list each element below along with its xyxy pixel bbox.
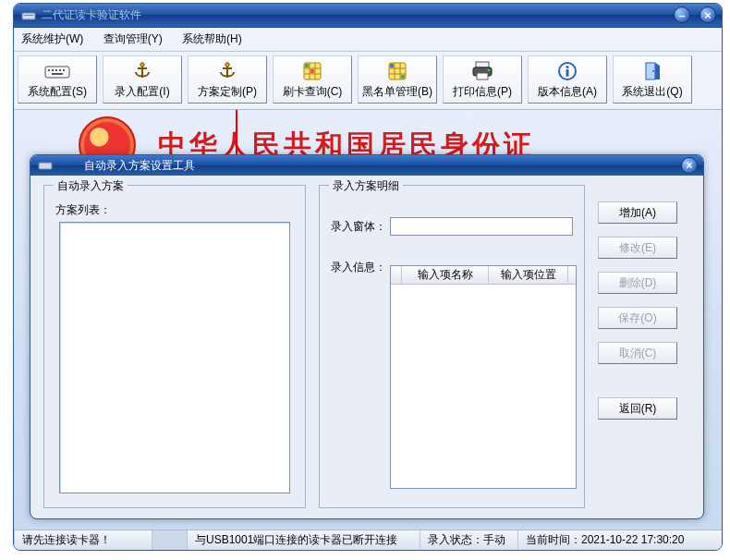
svg-marker-37 (655, 63, 660, 79)
svg-point-34 (566, 65, 568, 67)
dialog-body: 自动录入方案 方案列表： 录入方案明细 录入窗体： 录入信息： 输入项名称 输入… (30, 176, 703, 518)
svg-rect-2 (45, 67, 69, 78)
toolbar-label: 刷卡查询(C) (283, 84, 343, 100)
status-spacer (152, 530, 188, 550)
info-label: 录入信息： (331, 258, 386, 275)
svg-point-32 (488, 68, 491, 71)
svg-rect-6 (59, 69, 61, 71)
close-button[interactable]: × (700, 6, 716, 23)
svg-rect-8 (52, 73, 63, 75)
dialog-close-button[interactable]: × (681, 157, 698, 174)
group-plan-detail: 录入方案明细 录入窗体： 录入信息： 输入项名称 输入项位置 (319, 185, 585, 508)
app-title: 二代证读卡验证软件 (42, 7, 141, 23)
menu-bar: 系统维护(W) 查询管理(Y) 系统帮助(H) (14, 28, 722, 52)
toolbar-version[interactable]: 版本信息(A) (528, 55, 607, 103)
col-gutter (391, 266, 402, 284)
svg-rect-21 (310, 69, 314, 73)
svg-rect-27 (390, 64, 394, 67)
grid2-icon (387, 60, 408, 82)
anchor-icon (217, 60, 237, 82)
info-icon (557, 60, 578, 82)
status-connect: 请先连接读卡器！ (14, 530, 152, 550)
toolbar-label: 版本信息(A) (538, 84, 597, 100)
status-time: 当前时间：2021-10-22 17:30:20 (518, 530, 722, 550)
svg-point-9 (140, 62, 144, 66)
dialog-icon (38, 158, 53, 173)
svg-rect-29 (476, 62, 489, 67)
info-table-header: 输入项名称 输入项位置 (391, 266, 576, 285)
info-table-body (391, 285, 576, 488)
toolbar: 系统配置(S) 录入配置(I) 方案定制(P) 刷卡查询(C) 黑名单管理(B) (14, 52, 722, 110)
edit-button[interactable]: 修改(E) (598, 237, 677, 259)
toolbar-cardquery[interactable]: 刷卡查询(C) (273, 55, 352, 103)
minimize-button[interactable]: – (674, 6, 690, 23)
group-legend: 自动录入方案 (54, 178, 128, 194)
status-bar: 请先连接读卡器！ 与USB1001端口连接的读卡器已断开连接 录入状态：手动 当… (14, 530, 722, 550)
info-table[interactable]: 输入项名称 输入项位置 (390, 265, 577, 489)
status-usb: 与USB1001端口连接的读卡器已断开连接 (188, 530, 420, 550)
svg-rect-35 (566, 69, 569, 77)
svg-rect-5 (55, 69, 57, 71)
dialog-title-bar: 自动录入方案设置工具 × (30, 155, 703, 176)
door-icon (642, 60, 663, 82)
svg-rect-20 (305, 64, 309, 67)
col-item-pos[interactable]: 输入项位置 (489, 266, 568, 284)
anchor-icon (132, 60, 152, 82)
group-legend: 录入方案明细 (329, 178, 403, 194)
toolbar-label: 录入配置(I) (115, 84, 169, 100)
toolbar-blacklist[interactable]: 黑名单管理(B) (358, 55, 437, 103)
info-field-row: 录入信息： 输入项名称 输入项位置 (331, 258, 573, 489)
window-label: 录入窗体： (331, 219, 386, 235)
svg-rect-3 (48, 69, 50, 71)
save-button[interactable]: 保存(O) (598, 307, 677, 329)
svg-rect-0 (22, 13, 35, 19)
plan-list[interactable] (59, 222, 290, 493)
toolbar-label: 打印信息(P) (453, 84, 512, 100)
dialog-button-column: 增加(A) 修改(E) 删除(D) 保存(O) 取消(C) 返回(R) (598, 185, 681, 509)
add-button[interactable]: 增加(A) (598, 201, 677, 224)
toolbar-print[interactable]: 打印信息(P) (443, 55, 522, 103)
app-icon (21, 8, 36, 23)
toolbar-label: 系统配置(S) (28, 84, 87, 100)
group-auto-plan: 自动录入方案 方案列表： (43, 185, 306, 508)
menu-query[interactable]: 查询管理(Y) (103, 32, 163, 45)
grid-icon (302, 60, 322, 82)
plan-list-label: 方案列表： (55, 202, 294, 218)
toolbar-inputconfig[interactable]: 录入配置(I) (103, 55, 182, 103)
status-mode: 录入状态：手动 (420, 530, 518, 550)
plan-settings-dialog: 自动录入方案设置工具 × 自动录入方案 方案列表： 录入方案明细 录入窗体： 录… (30, 154, 704, 519)
svg-rect-31 (477, 73, 488, 79)
col-item-name[interactable]: 输入项名称 (402, 266, 489, 284)
svg-point-38 (652, 70, 654, 72)
toolbar-label: 黑名单管理(B) (362, 84, 432, 100)
col-extra (568, 266, 576, 284)
toolbar-label: 方案定制(P) (198, 84, 257, 100)
svg-rect-28 (401, 75, 405, 79)
cancel-button[interactable]: 取消(C) (598, 342, 677, 364)
svg-rect-39 (39, 163, 52, 169)
back-button[interactable]: 返回(R) (598, 397, 677, 420)
keyboard-icon (44, 60, 70, 82)
printer-icon (471, 60, 493, 82)
toolbar-label: 系统退出(Q) (622, 84, 682, 100)
dialog-title: 自动录入方案设置工具 (84, 158, 195, 174)
svg-point-12 (225, 62, 229, 66)
svg-rect-7 (63, 69, 65, 71)
menu-maintain[interactable]: 系统维护(W) (21, 32, 83, 45)
title-bar: 二代证读卡验证软件 – × (14, 4, 722, 28)
window-input[interactable] (390, 217, 573, 236)
menu-help[interactable]: 系统帮助(H) (182, 32, 242, 45)
toolbar-plan[interactable]: 方案定制(P) (188, 55, 267, 103)
svg-rect-4 (52, 69, 54, 71)
svg-rect-1 (24, 15, 33, 16)
toolbar-sysconfig[interactable]: 系统配置(S) (18, 55, 97, 103)
window-controls: – × (674, 6, 716, 23)
window-field-row: 录入窗体： (331, 217, 573, 236)
toolbar-exit[interactable]: 系统退出(Q) (613, 55, 692, 103)
delete-button[interactable]: 删除(D) (598, 272, 677, 294)
